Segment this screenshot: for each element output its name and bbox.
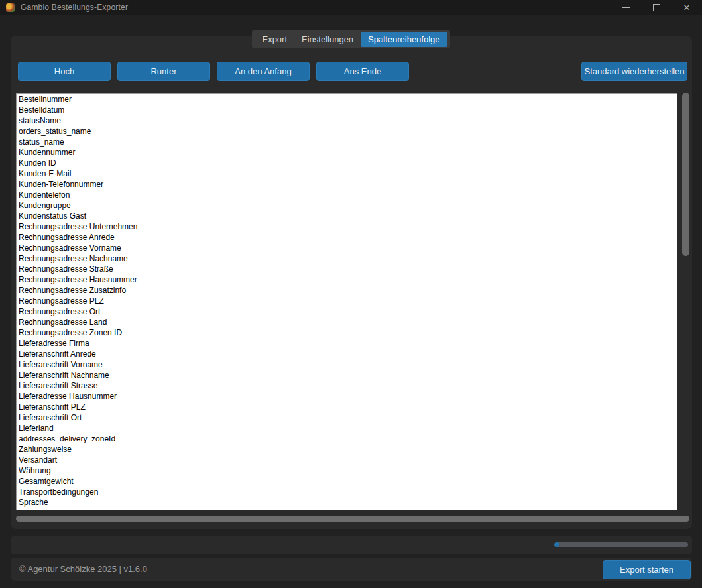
list-item[interactable]: Währung (17, 465, 677, 476)
list-item[interactable]: Lieferland (17, 423, 677, 434)
list-item[interactable]: Kundenstatus Gast (17, 211, 677, 221)
close-button[interactable]: ✕ (672, 0, 702, 15)
list-item[interactable]: Rechnungsadresse Zusatzinfo (17, 285, 677, 296)
list-item[interactable]: Kundentelefon (17, 190, 677, 200)
minimize-icon (622, 7, 630, 8)
tab-export[interactable]: Export (255, 32, 294, 47)
tab-strip: Export Einstellungen Spaltenreihenfolge (252, 30, 449, 48)
list-item[interactable]: Kunden-E-Mail (17, 168, 677, 179)
list-item[interactable]: Lieferanschrift PLZ (17, 402, 677, 412)
list-item[interactable]: Rechnungsadresse Straße (17, 264, 677, 274)
list-item[interactable]: Rechnungsadresse Vorname (17, 243, 677, 253)
list-item[interactable]: Rechnungsadresse Ort (17, 306, 677, 317)
list-item[interactable]: Lieferadresse Hausnummer (17, 391, 677, 402)
list-item[interactable]: Bestellnummer (17, 94, 677, 105)
tab-spaltenreihenfolge[interactable]: Spaltenreihenfolge (361, 32, 447, 47)
move-to-end-button[interactable]: Ans Ende (316, 62, 409, 81)
app-icon (6, 3, 15, 12)
progress-fill (554, 542, 559, 547)
list-item[interactable]: Sprache (17, 497, 677, 508)
main-panel: Hoch Runter An den Anfang Ans Ende Stand… (11, 36, 692, 529)
list-item[interactable]: Rechnungsadresse Hausnummer (17, 274, 677, 285)
title-bar: Gambio Bestellungs-Exporter ✕ (0, 0, 702, 15)
progress-bar (554, 542, 688, 547)
vertical-scrollbar[interactable] (682, 93, 689, 256)
restore-default-button[interactable]: Standard wiederherstellen (581, 62, 687, 81)
list-item[interactable]: Kunden ID (17, 158, 677, 168)
list-item[interactable]: Rechnungsadresse Zonen ID (17, 327, 677, 338)
list-item[interactable]: Rechnungsadresse Unternehmen (17, 221, 677, 232)
list-item[interactable]: Lieferanschrift Vorname (17, 359, 677, 370)
list-item[interactable]: Rechnungsadresse Land (17, 317, 677, 327)
tab-einstellungen[interactable]: Einstellungen (294, 32, 361, 47)
window-title: Gambio Bestellungs-Exporter (21, 3, 128, 12)
minimize-button[interactable] (611, 0, 641, 15)
list-item[interactable]: status_name (17, 137, 677, 147)
maximize-button[interactable] (641, 0, 672, 15)
list-item[interactable]: Versandart (17, 455, 677, 465)
list-item[interactable]: orders_status_name (17, 126, 677, 137)
list-item[interactable]: statusName (17, 115, 677, 126)
move-down-button[interactable]: Runter (117, 62, 210, 81)
list-item[interactable]: Bestelldatum (17, 105, 677, 115)
list-item[interactable]: Lieferanschrift Strasse (17, 381, 677, 391)
tab-bar: Export Einstellungen Spaltenreihenfolge (0, 30, 702, 48)
copyright-text: © Agentur Schölzke 2025 | v1.6.0 (19, 558, 147, 581)
list-item[interactable]: Lieferanschrift Ort (17, 412, 677, 423)
progress-panel (11, 536, 692, 554)
list-item[interactable]: Kundennummer (17, 147, 677, 158)
list-item[interactable]: addresses_delivery_zoneId (17, 434, 677, 444)
list-item[interactable]: Zahlungsweise (17, 444, 677, 455)
list-item[interactable]: Lieferanschrift Nachname (17, 370, 677, 381)
list-item[interactable]: Lieferadresse Firma (17, 338, 677, 349)
horizontal-scrollbar[interactable] (16, 516, 689, 522)
start-export-button[interactable]: Export starten (603, 560, 691, 579)
move-up-button[interactable]: Hoch (18, 62, 111, 81)
move-to-start-button[interactable]: An den Anfang (217, 62, 310, 81)
list-item[interactable]: Kundengruppe (17, 200, 677, 211)
window-controls: ✕ (611, 0, 702, 15)
list-item[interactable]: Lieferanschrift Anrede (17, 349, 677, 359)
list-item[interactable]: Rechnungsadresse Nachname (17, 253, 677, 264)
list-item[interactable]: Transportbedingungen (17, 487, 677, 497)
close-icon: ✕ (683, 3, 691, 12)
maximize-icon (653, 4, 660, 11)
footer-bar: © Agentur Schölzke 2025 | v1.6.0 Export … (11, 558, 692, 581)
column-list[interactable]: BestellnummerBestelldatumstatusNameorder… (16, 93, 677, 510)
list-item[interactable]: Rechnungsadresse Anrede (17, 232, 677, 243)
list-item[interactable]: Kunden-Telefonnummer (17, 179, 677, 190)
list-item[interactable]: Gesamtgewicht (17, 476, 677, 487)
list-item[interactable]: Rechnungsadresse PLZ (17, 296, 677, 306)
